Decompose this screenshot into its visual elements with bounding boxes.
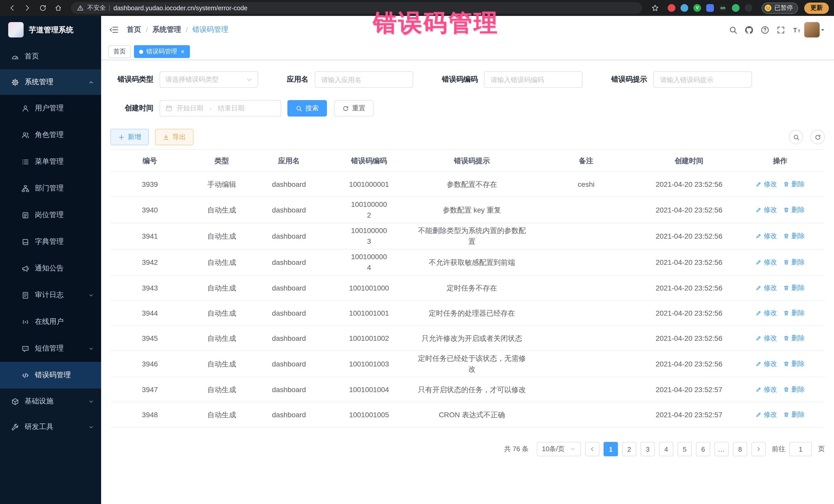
sidebar-item-label: 审计日志: [35, 290, 64, 300]
refresh-table-button[interactable]: [810, 130, 825, 144]
sidebar-item-dept[interactable]: 部门管理: [0, 175, 101, 202]
cell: 定时任务已经处于该状态，无需修改: [414, 351, 530, 377]
error-code-input[interactable]: [484, 71, 583, 88]
page-3[interactable]: 3: [640, 442, 655, 456]
delete-link[interactable]: 删除: [783, 410, 805, 420]
sidebar-item-role[interactable]: 角色管理: [0, 122, 101, 148]
sidebar-item-label: 用户管理: [35, 104, 64, 113]
sidebar-item-notice[interactable]: 通知公告: [0, 255, 101, 282]
tab-首页[interactable]: 首页: [108, 45, 131, 58]
cell: 2021-04-20 23:52:56: [642, 356, 736, 371]
sidebar-item-dev-tool[interactable]: 研发工具: [0, 414, 101, 440]
edit-link[interactable]: 修改: [755, 308, 777, 318]
edit-link[interactable]: 修改: [755, 205, 777, 215]
page-jump-input[interactable]: [789, 442, 812, 456]
page-size-select[interactable]: 10条/页: [537, 442, 581, 456]
ext-icon-red[interactable]: [668, 4, 675, 12]
github-button[interactable]: [745, 25, 753, 34]
cell: CRON 表达式不正确: [414, 407, 530, 422]
sidebar-item-online-user[interactable]: 在线用户: [0, 308, 101, 335]
sidebar-item-error-code[interactable]: 错误码管理: [0, 362, 101, 389]
profile-chip[interactable]: 已暂停: [762, 2, 798, 14]
sidebar-item-infra[interactable]: 基础设施: [0, 389, 101, 414]
sidebar-item-system[interactable]: 系统管理: [0, 69, 101, 95]
menu-fold-icon[interactable]: [109, 25, 118, 35]
reset-button[interactable]: 重置: [334, 100, 374, 116]
breadcrumb-home[interactable]: 首页: [127, 25, 141, 35]
update-button[interactable]: 更新: [804, 2, 829, 14]
edit-link[interactable]: 修改: [755, 385, 777, 395]
ext-icon-grid[interactable]: [706, 4, 714, 12]
next-page-button[interactable]: [751, 442, 766, 456]
cell: 不能删除类型为系统内置的参数配置: [414, 223, 530, 249]
help-button[interactable]: [761, 25, 769, 34]
cell-code: 1001000002: [324, 197, 414, 223]
error-code-table: 编号类型应用名错误码编码错误码提示备注创建时间操作 3939手动编辑dashbo…: [110, 149, 825, 428]
error-hint-input[interactable]: [653, 71, 752, 88]
page-5[interactable]: 5: [678, 442, 692, 456]
sidebar-item-post[interactable]: 岗位管理: [0, 202, 101, 228]
edit-link[interactable]: 修改: [755, 257, 777, 267]
export-button[interactable]: 导出: [155, 129, 194, 145]
edit-link[interactable]: 修改: [755, 359, 777, 369]
show-search-button[interactable]: [789, 130, 803, 144]
edit-link[interactable]: 修改: [755, 283, 777, 293]
font-size-button[interactable]: TT: [792, 25, 801, 34]
avatar[interactable]: [804, 22, 820, 38]
prev-page-button[interactable]: [585, 442, 599, 456]
delete-link[interactable]: 删除: [783, 308, 805, 318]
fullscreen-button[interactable]: [776, 25, 785, 34]
notice-icon: [22, 265, 29, 272]
edit-link[interactable]: 修改: [755, 179, 777, 190]
search-button[interactable]: [729, 25, 738, 34]
edit-link[interactable]: 修改: [755, 410, 777, 420]
delete-link[interactable]: 删除: [783, 205, 805, 215]
page-1[interactable]: 1: [603, 442, 618, 456]
delete-link[interactable]: 删除: [783, 231, 805, 241]
tab-错误码管理[interactable]: 错误码管理×: [134, 45, 190, 58]
cell: 定时任务的处理器已经存在: [414, 306, 530, 321]
back-button[interactable]: [5, 1, 19, 15]
breadcrumb-system[interactable]: 系统管理: [152, 25, 181, 35]
sidebar-item-audit-log[interactable]: 审计日志: [0, 282, 101, 308]
sidebar-item-home[interactable]: 首页: [0, 44, 101, 69]
close-icon[interactable]: ×: [181, 48, 184, 55]
cell: dashboard: [254, 356, 324, 371]
add-label: 新增: [128, 132, 141, 141]
delete-link[interactable]: 删除: [783, 385, 805, 395]
delete-link[interactable]: 删除: [783, 179, 805, 190]
delete-link[interactable]: 删除: [783, 359, 805, 369]
date-range-picker[interactable]: 开始日期 - 结束日期: [160, 100, 281, 116]
reload-button[interactable]: [36, 1, 49, 15]
page-6[interactable]: 6: [696, 442, 710, 456]
sidebar-item-sms[interactable]: 短信管理: [0, 335, 101, 362]
caret-down-icon[interactable]: [820, 27, 826, 33]
delete-link[interactable]: 删除: [783, 257, 805, 267]
edit-link[interactable]: 修改: [755, 333, 777, 343]
app-name-input[interactable]: [314, 71, 413, 88]
forward-button[interactable]: [21, 1, 34, 15]
home-button[interactable]: [51, 1, 65, 15]
sidebar-item-user[interactable]: 用户管理: [0, 95, 101, 122]
bookmark-button[interactable]: [648, 1, 662, 15]
search-button[interactable]: 搜索: [287, 100, 327, 116]
page-4[interactable]: 4: [659, 442, 673, 456]
cell: 3945: [110, 331, 190, 346]
ext-icon-translate[interactable]: on: [719, 4, 727, 12]
edit-link[interactable]: 修改: [755, 231, 777, 241]
ext-icon-leaf[interactable]: [732, 4, 740, 12]
page-8[interactable]: 8: [733, 442, 747, 456]
address-bar[interactable]: 不安全 dashboard.yudao.iocoder.cn/system/er…: [71, 2, 642, 14]
error-type-select[interactable]: 请选择错误码类型: [160, 71, 258, 88]
ext-icon-check[interactable]: V: [694, 4, 701, 12]
sidebar-item-dict[interactable]: 字典管理: [0, 228, 101, 255]
ext-icon-pin[interactable]: [745, 4, 752, 12]
delete-link[interactable]: 删除: [783, 333, 805, 343]
delete-link[interactable]: 删除: [783, 283, 805, 293]
app-logo[interactable]: 芋道管理系统: [0, 16, 101, 44]
sidebar-item-menu[interactable]: 菜单管理: [0, 148, 101, 175]
add-button[interactable]: 新增: [110, 129, 149, 145]
pager-more[interactable]: ...: [715, 442, 729, 456]
ext-icon-drop[interactable]: [681, 4, 688, 12]
page-2[interactable]: 2: [622, 442, 636, 456]
